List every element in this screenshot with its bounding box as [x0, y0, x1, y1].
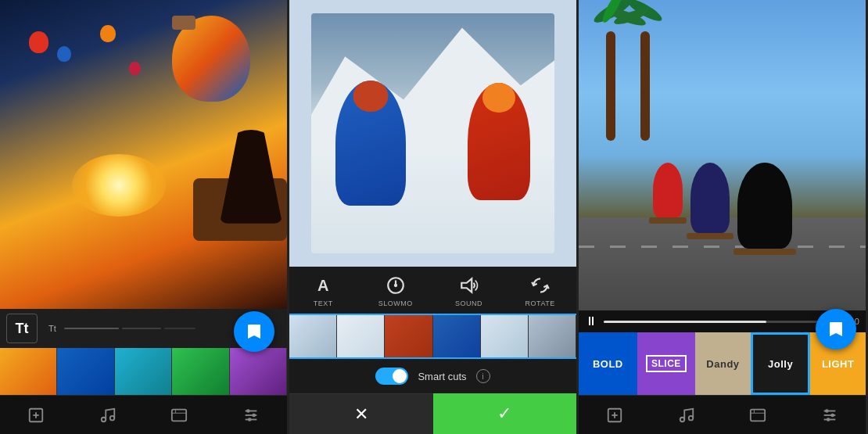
nav-settings[interactable] — [242, 407, 260, 424]
road-center-line — [579, 246, 866, 248]
nav3-add-clip[interactable] — [606, 407, 623, 424]
rotate-icon — [528, 273, 553, 298]
toggle-knob — [393, 369, 407, 383]
skateboard-2 — [687, 233, 733, 239]
person-silhouette — [220, 130, 282, 224]
tool-text[interactable]: A TEXT — [310, 273, 335, 307]
slowmo-icon — [383, 273, 408, 298]
filmstrip2-item-6[interactable] — [529, 315, 576, 357]
svg-point-13 — [248, 418, 252, 421]
skate-scene — [579, 0, 866, 310]
main-balloon — [172, 16, 250, 102]
skater-2 — [690, 163, 730, 233]
skater-3 — [737, 163, 792, 249]
theme-dandy[interactable]: Dandy — [695, 332, 751, 395]
smart-cuts-toggle[interactable] — [375, 368, 408, 385]
small-balloon-4 — [129, 62, 141, 75]
theme-light-label: LIGHT — [822, 358, 855, 370]
smart-cuts-row: Smart cuts i — [289, 359, 576, 393]
nav3-gallery[interactable] — [749, 407, 766, 424]
pause-button[interactable]: ⏸ — [585, 314, 597, 328]
dot-line-3 — [164, 328, 195, 329]
svg-point-11 — [246, 409, 250, 413]
theme-dandy-label: Dandy — [706, 358, 739, 370]
cancel-icon: ✕ — [354, 404, 368, 425]
text-icon: A — [310, 273, 335, 298]
theme-bold-label: BOLD — [593, 358, 623, 370]
progress-fill — [604, 321, 766, 323]
bottom-nav-3 — [579, 395, 866, 434]
filmstrip-item-2[interactable] — [57, 348, 114, 395]
snowboard-scene — [311, 13, 555, 253]
panel-theme-select: ⏸ 1:10 BOLD SLICE Dandy Jolly LIGHT — [579, 0, 868, 434]
plus-square-icon — [27, 407, 45, 424]
text-sub-label: Tt — [48, 324, 56, 333]
nav-add-clip[interactable] — [27, 407, 45, 424]
tool-slowmo[interactable]: SLOWMO — [378, 273, 413, 307]
panel-smart-cuts: A TEXT SLOWMO SOUND ROTATE — [289, 0, 579, 434]
skateboard-1 — [649, 217, 687, 224]
filmstrip-item-1[interactable] — [0, 348, 57, 395]
sun-glow — [72, 154, 166, 217]
svg-rect-5 — [172, 409, 186, 421]
svg-point-3 — [101, 417, 106, 421]
bookmark-icon-3 — [827, 320, 845, 339]
theme-jolly-label: Jolly — [768, 358, 793, 370]
filmstrip-item-5[interactable] — [230, 348, 287, 395]
theme-slice-label: SLICE — [646, 355, 687, 372]
small-balloon-2 — [57, 46, 71, 62]
bookmark-icon — [245, 322, 264, 341]
balloon-basket — [172, 16, 195, 30]
svg-point-30 — [831, 413, 835, 417]
filmstrip-1 — [0, 348, 287, 395]
fab-button-3[interactable] — [816, 309, 856, 350]
cancel-button[interactable]: ✕ — [289, 393, 433, 434]
filmstrip2-item-4[interactable] — [433, 315, 481, 357]
palm-trunk — [606, 31, 615, 141]
tool-sound[interactable]: SOUND — [455, 273, 482, 307]
tool-slowmo-label: SLOWMO — [378, 299, 413, 307]
nav3-settings[interactable] — [821, 407, 838, 424]
sliders-icon-3 — [821, 407, 838, 424]
plus-square-icon-3 — [606, 407, 623, 424]
nav-music[interactable] — [99, 407, 117, 424]
nav3-music[interactable] — [678, 407, 695, 424]
music-icon-3 — [678, 407, 695, 424]
theme-slice[interactable]: SLICE — [637, 332, 696, 395]
small-balloon-3 — [100, 25, 116, 42]
tool-sound-label: SOUND — [455, 299, 482, 307]
skier-person-2 — [468, 83, 530, 200]
filmstrip2-item-3[interactable] — [385, 315, 432, 357]
panel-text-edit: Tt Tt — [0, 0, 289, 434]
progress-bar[interactable] — [604, 321, 837, 323]
confirm-button[interactable]: ✓ — [433, 393, 577, 434]
svg-point-4 — [109, 415, 114, 420]
helmet-2 — [482, 83, 515, 113]
svg-point-16 — [393, 284, 396, 287]
filmstrip-item-3[interactable] — [115, 348, 172, 395]
nav-gallery[interactable] — [170, 407, 188, 424]
theme-bold[interactable]: BOLD — [579, 332, 637, 395]
sliders-icon — [242, 407, 260, 424]
filmstrip2-item-2[interactable] — [337, 315, 385, 357]
svg-point-22 — [688, 415, 693, 420]
info-icon[interactable]: i — [476, 369, 490, 383]
theme-jolly[interactable]: Jolly — [751, 332, 811, 395]
confirm-icon: ✓ — [497, 404, 511, 424]
fab-button-1[interactable] — [234, 311, 274, 352]
gallery-icon — [170, 407, 188, 424]
bottom-bar-1: Tt Tt — [0, 309, 287, 434]
smart-cuts-label: Smart cuts — [418, 371, 466, 382]
filmstrip-2 — [289, 314, 576, 359]
svg-point-12 — [253, 413, 256, 417]
filmstrip2-item-1[interactable] — [289, 315, 337, 357]
svg-point-21 — [680, 417, 684, 421]
filmstrip2-item-5[interactable] — [481, 315, 529, 357]
filmstrip-item-4[interactable] — [172, 348, 229, 395]
bottom-nav-1 — [0, 395, 287, 434]
text-tool-icon[interactable]: Tt — [6, 314, 38, 343]
video-preview-1 — [0, 0, 287, 309]
balloon-scene — [0, 0, 287, 309]
music-icon — [99, 407, 117, 424]
tool-rotate[interactable]: ROTATE — [525, 273, 555, 307]
